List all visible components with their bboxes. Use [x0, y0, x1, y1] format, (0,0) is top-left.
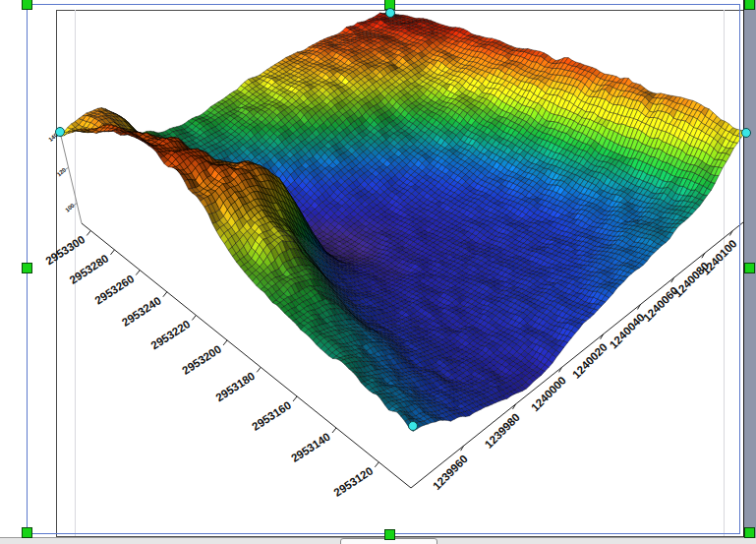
vertex-handle-bottom[interactable]	[408, 421, 418, 431]
surface-map-canvas[interactable]	[0, 0, 756, 544]
selection-handle-ne[interactable]	[744, 0, 755, 10]
plot-page: 2953300295328029532602953240295322029532…	[0, 0, 756, 544]
selection-handle-sw[interactable]	[22, 527, 32, 538]
selection-handle-e[interactable]	[744, 263, 755, 273]
selection-handle-s[interactable]	[384, 529, 395, 540]
vertex-handle-left[interactable]	[55, 127, 65, 137]
vertex-handle-right[interactable]	[741, 128, 751, 138]
selection-handle-w[interactable]	[22, 263, 32, 273]
selection-handle-se[interactable]	[744, 527, 755, 538]
selection-handle-nw[interactable]	[22, 0, 32, 10]
vertex-handle-top[interactable]	[385, 8, 395, 18]
